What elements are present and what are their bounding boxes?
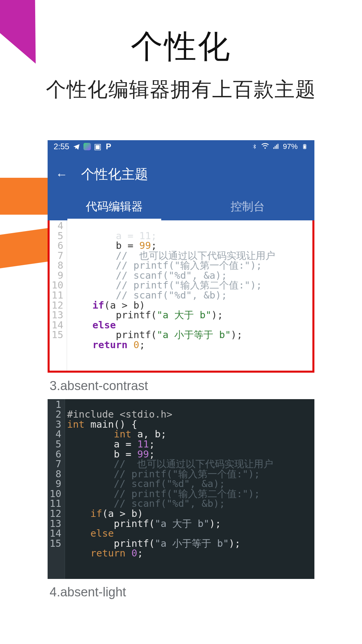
- decor-bar-2: [0, 227, 54, 268]
- notif-icon: ▣: [94, 143, 102, 150]
- battery-pct: 97%: [283, 142, 298, 151]
- camera-icon: [83, 143, 91, 150]
- theme-preview-dark[interactable]: 123456789101112131415 #include <stdio.h>…: [48, 399, 314, 579]
- telegram-icon: [73, 143, 80, 150]
- hero-title: 个性化: [0, 25, 362, 69]
- wifi-icon: [261, 143, 269, 150]
- gutter: 123456789101112131415: [48, 399, 65, 579]
- svg-rect-2: [304, 145, 305, 148]
- appbar-title: 个性化主题: [81, 165, 148, 183]
- status-time: 2:55: [54, 142, 69, 151]
- hero-subtitle: 个性化编辑器拥有上百款主题: [0, 76, 362, 103]
- code: #include <stdio.h>int main() { int a, b;…: [65, 399, 314, 579]
- bluetooth-icon: [251, 143, 258, 150]
- code: a = 11; b = 99; // 也可以通过以下代码实现让用户 // pri…: [67, 220, 312, 371]
- battery-icon: [301, 143, 308, 150]
- tabs: 代码编辑器 控制台: [48, 194, 314, 220]
- theme-label-4: 4.absent-light: [48, 579, 314, 605]
- statusbar: 2:55 ▣ P 97%: [48, 140, 314, 153]
- p-icon: P: [105, 143, 112, 150]
- appbar: ← 个性化主题 代码编辑器 控制台: [48, 153, 314, 220]
- hero: 个性化 个性化编辑器拥有上百款主题: [0, 0, 362, 103]
- tab-console[interactable]: 控制台: [181, 194, 314, 220]
- svg-rect-1: [304, 144, 305, 145]
- tab-editor[interactable]: 代码编辑器: [48, 194, 181, 220]
- phone-screenshot: 2:55 ▣ P 97% ← 个性化主题: [48, 140, 314, 605]
- back-icon[interactable]: ←: [56, 167, 68, 181]
- theme-label-3: 3.absent-contrast: [48, 373, 314, 399]
- theme-preview-light[interactable]: 456789101112131415 a = 11; b = 99; // 也可…: [48, 220, 314, 373]
- gutter: 456789101112131415: [50, 220, 67, 371]
- decor-bar-1: [0, 178, 54, 215]
- signal-icon: [272, 143, 280, 150]
